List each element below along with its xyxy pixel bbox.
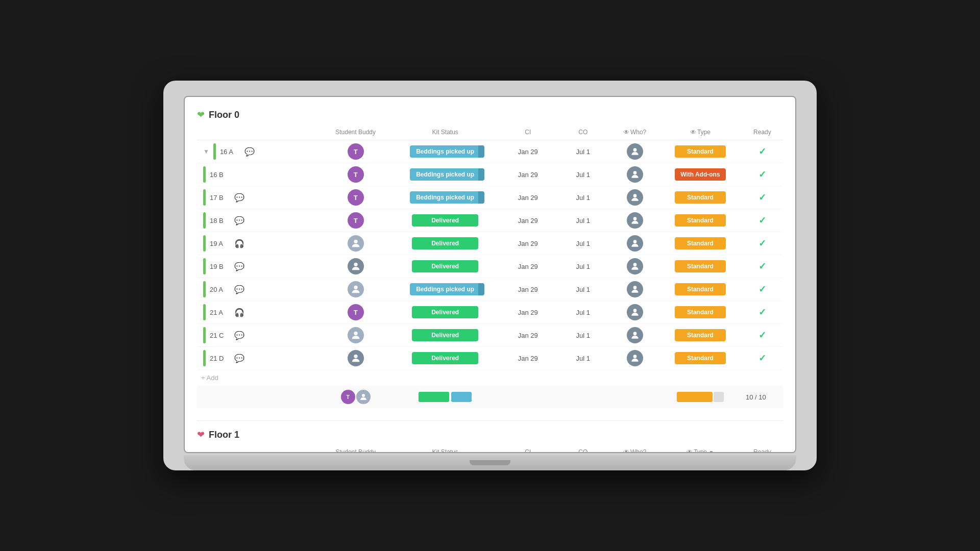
kit-status-badge[interactable]: Beddings picked up xyxy=(410,168,480,181)
col-header-co: CO xyxy=(555,446,610,453)
section-header: ❤Floor 1 xyxy=(197,429,783,440)
floor-toggle-icon[interactable]: ❤ xyxy=(197,109,205,120)
type-badge[interactable]: Standard xyxy=(675,191,726,204)
col-header-room xyxy=(197,446,321,453)
room-cell: 21 C 💬 xyxy=(197,324,321,347)
ci-cell: Jan 29 xyxy=(500,301,555,324)
room-name: 21 A xyxy=(210,309,230,316)
type-badge[interactable]: Standard xyxy=(675,352,726,364)
comment-icon[interactable]: 💬 xyxy=(234,331,244,340)
kit-status-badge[interactable]: Beddings picked up xyxy=(410,145,480,158)
ci-cell: Jan 29 xyxy=(500,140,555,163)
ready-cell: ✓ xyxy=(742,255,783,278)
add-button[interactable]: + Add xyxy=(201,374,218,382)
summary-bar-teal xyxy=(451,392,472,402)
summary-room-cell xyxy=(197,386,321,408)
status-tab xyxy=(478,145,484,158)
type-badge[interactable]: Standard xyxy=(675,283,726,295)
comment-icon[interactable]: 💬 xyxy=(234,262,244,271)
who-avatar xyxy=(627,258,643,274)
type-badge[interactable]: Standard xyxy=(675,237,726,249)
who-cell xyxy=(610,255,659,278)
status-tab xyxy=(478,283,484,295)
type-badge[interactable]: Standard xyxy=(675,329,726,341)
ready-cell: ✓ xyxy=(742,278,783,301)
svg-point-6 xyxy=(354,263,357,266)
comment-icon[interactable]: 💬 xyxy=(244,147,255,157)
col-header-kit: Kit Status xyxy=(390,446,500,453)
buddy-cell xyxy=(321,232,390,255)
laptop-base xyxy=(184,455,796,470)
co-cell: Jul 1 xyxy=(555,209,610,232)
summary-type-gray xyxy=(714,392,724,402)
type-cell: Standard xyxy=(659,140,742,163)
ready-cell: ✓ xyxy=(742,324,783,347)
ready-checkmark: ✓ xyxy=(758,169,766,180)
svg-point-10 xyxy=(633,309,636,312)
svg-point-2 xyxy=(633,194,636,197)
room-color-bar xyxy=(203,350,206,366)
buddy-cell xyxy=(321,324,390,347)
room-cell: 21 D 💬 xyxy=(197,347,321,370)
svg-point-5 xyxy=(633,240,636,243)
room-cell: 21 A 🎧 xyxy=(197,301,321,324)
type-badge[interactable]: Standard xyxy=(675,145,726,158)
type-cell: Standard xyxy=(659,301,742,324)
svg-point-15 xyxy=(362,394,365,397)
student-buddy-avatar: T xyxy=(348,212,364,229)
room-color-bar xyxy=(203,212,206,229)
type-badge[interactable]: With Add-ons xyxy=(675,168,726,181)
student-buddy-photo xyxy=(348,258,364,274)
room-name: 19 B xyxy=(210,263,230,270)
ready-cell: ✓ xyxy=(742,209,783,232)
co-cell: Jul 1 xyxy=(555,324,610,347)
ci-cell: Jan 29 xyxy=(500,163,555,186)
col-header-type: 👁Type xyxy=(659,127,742,140)
ci-cell: Jan 29 xyxy=(500,347,555,370)
expand-icon[interactable]: ▼ xyxy=(203,148,209,155)
type-badge[interactable]: Standard xyxy=(675,214,726,227)
col-header-buddy: Student Buddy xyxy=(321,446,390,453)
room-name: 20 A xyxy=(210,286,230,293)
col-header-ci: CI xyxy=(500,446,555,453)
table-header: Student BuddyKit StatusCICO👁Who?👁TypeRea… xyxy=(197,127,783,140)
room-cell: ▼ 16 A 💬 xyxy=(197,140,321,163)
ready-checkmark: ✓ xyxy=(758,192,766,203)
screen-content: ❤Floor 0Student BuddyKit StatusCICO👁Who?… xyxy=(184,96,796,453)
type-cell: Standard xyxy=(659,347,742,370)
kit-status-badge[interactable]: Delivered xyxy=(412,306,478,318)
summary-count-cell: 10 / 10 xyxy=(742,386,783,408)
who-avatar xyxy=(627,304,643,320)
ready-checkmark: ✓ xyxy=(758,238,766,248)
comment-icon[interactable]: 💬 xyxy=(234,354,244,363)
who-cell xyxy=(610,347,659,370)
room-color-bar xyxy=(203,235,206,252)
kit-status-badge[interactable]: Delivered xyxy=(412,352,478,364)
kit-status-badge[interactable]: Delivered xyxy=(412,329,478,341)
summary-co-cell xyxy=(555,386,610,408)
room-name: 17 B xyxy=(210,194,230,202)
table-row: 21 C 💬 DeliveredJan 29Jul 1 Standard ✓ xyxy=(197,324,783,347)
kit-status-badge[interactable]: Beddings picked up xyxy=(410,191,480,204)
headphone-icon: 🎧 xyxy=(234,239,244,248)
section-header: ❤Floor 0 xyxy=(197,109,783,120)
floor-title: Floor 0 xyxy=(209,110,239,120)
comment-icon[interactable]: 💬 xyxy=(234,285,244,294)
type-cell: Standard xyxy=(659,232,742,255)
comment-icon[interactable]: 💬 xyxy=(234,216,244,226)
type-badge[interactable]: Standard xyxy=(675,306,726,318)
comment-icon[interactable]: 💬 xyxy=(234,193,244,203)
kit-status-badge[interactable]: Delivered xyxy=(412,260,478,272)
summary-ci-cell xyxy=(500,386,555,408)
kit-status-badge[interactable]: Delivered xyxy=(412,214,478,227)
who-avatar xyxy=(627,350,643,366)
buddy-cell xyxy=(321,347,390,370)
kit-status-badge[interactable]: Beddings picked up xyxy=(410,283,480,295)
type-badge[interactable]: Standard xyxy=(675,260,726,272)
room-color-bar xyxy=(203,327,206,343)
kit-status-cell: Delivered xyxy=(390,255,500,278)
table-row: 19 A 🎧 DeliveredJan 29Jul 1 Standard ✓ xyxy=(197,232,783,255)
kit-status-badge[interactable]: Delivered xyxy=(412,237,478,249)
room-cell: 18 B 💬 xyxy=(197,209,321,232)
floor-toggle-icon[interactable]: ❤ xyxy=(197,429,205,440)
